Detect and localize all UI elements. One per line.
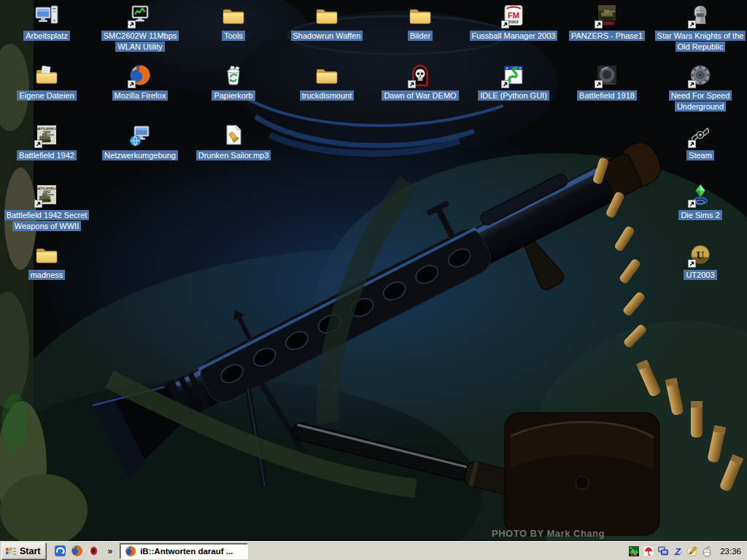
- icon-label: Tools: [222, 31, 245, 41]
- desktop-icon-nfs-underground[interactable]: Need For Speed Underground: [654, 63, 747, 112]
- recycle-bin-icon: [221, 63, 246, 88]
- windows-flag-icon: [5, 545, 17, 557]
- task-button-label: iB::Antworten darauf ...: [140, 547, 233, 556]
- desktop-icon-eigene-dateien[interactable]: Eigene Dateien: [0, 63, 93, 101]
- kotor-helmet-icon: [688, 4, 713, 28]
- icon-label: Drunken Sailor.mp3: [196, 150, 271, 160]
- network-places-icon: [128, 123, 152, 148]
- mouse-utility-tray-icon[interactable]: [701, 545, 713, 557]
- icon-label: Need For Speed Underground: [669, 90, 732, 112]
- desktop-icon-tools[interactable]: Tools: [187, 4, 280, 41]
- icon-label: Battlefield 1942: [17, 150, 77, 160]
- battlefield-1942-icon: [34, 123, 59, 148]
- quick-launch-overflow-chevron[interactable]: »: [107, 548, 112, 555]
- icon-label: PANZERS - Phase1: [569, 31, 645, 41]
- start-button-label: Start: [20, 546, 40, 556]
- my-documents-icon: [34, 63, 59, 88]
- desktop-icon-smc-wlan-utility[interactable]: SMC2602W 11Mbps WLAN Utility: [93, 4, 187, 52]
- taskbar-clock[interactable]: 23:36: [720, 547, 741, 556]
- desktop-icon-die-sims-2[interactable]: Die Sims 2: [654, 183, 747, 220]
- desktop-icon-battlefield-1942[interactable]: Battlefield 1942: [0, 123, 93, 160]
- desktop-icon-fussball-manager-2003[interactable]: Fussball Manager 2003: [467, 4, 560, 41]
- icon-label: SMC2602W 11Mbps WLAN Utility: [101, 31, 179, 52]
- icon-label: Mozilla Firefox: [112, 90, 169, 101]
- pen-tablet-tray-icon[interactable]: [686, 545, 698, 557]
- desktop-icon-steam[interactable]: Steam: [654, 123, 747, 160]
- icon-label: Dawn of War DEMO: [382, 90, 458, 101]
- fussball-manager-icon: [501, 4, 526, 28]
- sims-plumbob-icon: [688, 183, 713, 208]
- icon-label: IDLE (Python GUI): [478, 90, 549, 101]
- folder-icon: [221, 4, 246, 28]
- start-button[interactable]: Start: [1, 542, 47, 560]
- icon-label: Fussball Manager 2003: [470, 31, 558, 41]
- icon-label: Die Sims 2: [678, 210, 721, 220]
- photo-credit-text: PHOTO BY Mark Chang: [492, 528, 605, 539]
- firefox-icon: [125, 545, 136, 557]
- desktop-icon-ut2003[interactable]: UT2003: [654, 243, 747, 280]
- internet-explorer-icon[interactable]: [54, 545, 66, 557]
- desktop-icon-truckdismount[interactable]: truckdismount: [280, 63, 374, 101]
- battlefield-1918-icon: [595, 63, 619, 88]
- firefox-icon[interactable]: [71, 545, 83, 557]
- avira-antivir-tray-icon[interactable]: [643, 545, 654, 557]
- shortcut-arrow-icon: [501, 80, 509, 88]
- shortcut-arrow-icon: [595, 80, 603, 88]
- desktop-icon-dawn-of-war-demo[interactable]: Dawn of War DEMO: [374, 63, 467, 101]
- desktop-icon-shadowrun-waffen[interactable]: Shadowrun Waffen: [280, 4, 374, 41]
- folder-icon: [408, 4, 433, 28]
- desktop-icon-panzers-phase1[interactable]: PANZERS - Phase1: [560, 4, 654, 41]
- nfs-underground-icon: [688, 63, 713, 88]
- desktop-icon-bilder[interactable]: Bilder: [374, 4, 467, 41]
- network-monitors-tray-icon[interactable]: [657, 545, 669, 557]
- icon-label: Netzwerkumgebung: [102, 150, 178, 160]
- icon-label: Steam: [686, 150, 714, 160]
- shortcut-arrow-icon: [688, 140, 696, 148]
- shortcut-arrow-icon: [688, 260, 696, 268]
- desktop-icon-idle-python-gui[interactable]: IDLE (Python GUI): [467, 63, 560, 101]
- folder-icon: [34, 243, 59, 268]
- desktop-icon-battlefield-1918[interactable]: Battlefield 1918: [560, 63, 654, 101]
- mp3-file-icon: [221, 123, 246, 148]
- icon-label: Bilder: [408, 31, 433, 41]
- desktop-surface[interactable]: PHOTO BY Mark Chang Arbeitsplatz Eigene …: [0, 0, 747, 560]
- system-tray: 23:36: [628, 542, 747, 560]
- taskbar: Start » iB::Antworten darauf ... 23:36: [0, 541, 747, 560]
- shortcut-arrow-icon: [688, 20, 696, 28]
- desktop-icon-madness[interactable]: madness: [0, 243, 93, 280]
- opera-icon[interactable]: [88, 545, 100, 557]
- shortcut-arrow-icon: [595, 20, 603, 28]
- panzers-icon: [595, 4, 619, 28]
- icon-label: UT2003: [684, 270, 716, 280]
- icon-label: Battlefield 1942 Secret Weapons of WWII: [4, 210, 90, 231]
- shortcut-arrow-icon: [688, 80, 696, 88]
- task-button-firefox-window[interactable]: iB::Antworten darauf ...: [120, 543, 248, 559]
- desktop-icon-star-wars-kotor[interactable]: Star Wars Knights of the Old Republic: [654, 4, 747, 52]
- desktop-icon-drunken-sailor-mp3[interactable]: Drunken Sailor.mp3: [187, 123, 280, 160]
- shortcut-arrow-icon: [128, 20, 136, 28]
- folder-icon: [314, 4, 339, 28]
- steam-icon: [688, 123, 713, 148]
- icon-label: Battlefield 1918: [577, 90, 637, 101]
- firefox-icon: [128, 63, 152, 88]
- shortcut-arrow-icon: [408, 80, 416, 88]
- shortcut-arrow-icon: [688, 200, 696, 208]
- icon-label: madness: [28, 270, 66, 280]
- shortcut-arrow-icon: [501, 20, 509, 28]
- shortcut-arrow-icon: [34, 140, 42, 148]
- desktop-icon-arbeitsplatz[interactable]: Arbeitsplatz: [0, 4, 93, 41]
- desktop-icon-netzwerkumgebung[interactable]: Netzwerkumgebung: [93, 123, 187, 160]
- desktop-icon-papierkorb[interactable]: Papierkorb: [187, 63, 280, 101]
- wlan-utility-tray-icon[interactable]: [672, 545, 684, 557]
- idle-python-icon: [501, 63, 526, 88]
- my-computer-icon: [34, 4, 59, 28]
- icon-label: Star Wars Knights of the Old Republic: [655, 31, 746, 52]
- desktop-icon-mozilla-firefox[interactable]: Mozilla Firefox: [93, 63, 187, 101]
- shortcut-arrow-icon: [34, 200, 42, 208]
- icon-label: Arbeitsplatz: [23, 31, 69, 41]
- k-lite-codec-tray-icon[interactable]: [628, 545, 640, 557]
- icon-label: truckdismount: [300, 90, 354, 101]
- desktop-icon-bf1942-secret-weapons[interactable]: Battlefield 1942 Secret Weapons of WWII: [0, 183, 93, 231]
- folder-icon: [314, 63, 339, 88]
- quick-launch-bar: »: [54, 545, 112, 557]
